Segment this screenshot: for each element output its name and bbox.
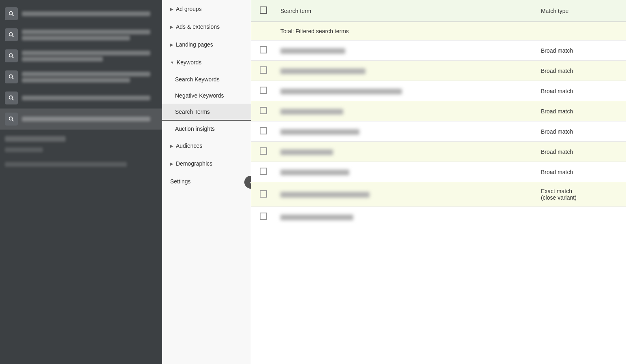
- sidebar-text-6: [22, 117, 157, 121]
- nav-item-search-terms[interactable]: Search Terms: [162, 104, 251, 121]
- row-7-checkbox[interactable]: [260, 168, 267, 175]
- nav-item-demographics[interactable]: ▶ Demographics: [162, 155, 251, 172]
- header-checkbox-col: [251, 0, 276, 22]
- row-8-checkbox[interactable]: [260, 190, 267, 198]
- sidebar-bottom: [0, 130, 162, 173]
- table-header-row: Search term Match type: [251, 0, 626, 22]
- row-6-checkbox[interactable]: [260, 147, 267, 155]
- nav-item-negative-keywords[interactable]: Negative Keywords: [162, 87, 251, 104]
- search-icon-5[interactable]: [5, 92, 18, 104]
- svg-line-1: [12, 15, 14, 16]
- svg-line-11: [12, 120, 14, 121]
- row-1-match-type: Broad match: [536, 40, 626, 61]
- nav-label-demographics: Demographics: [176, 160, 212, 167]
- row-4-checkbox[interactable]: [260, 107, 267, 114]
- row-8-checkbox-col: [251, 182, 276, 207]
- search-icon-3[interactable]: [5, 49, 18, 62]
- nav-panel: ▶ Ad groups ▶ Ads & extensions ▶ Landing…: [162, 0, 251, 364]
- row-1-checkbox[interactable]: [260, 46, 267, 53]
- total-row: Total: Filtered search terms: [251, 22, 626, 40]
- table-row: Broad match: [251, 162, 626, 182]
- row-2-match-type: Broad match: [536, 61, 626, 81]
- row-6-term: [276, 142, 536, 162]
- nav-label-settings: Settings: [170, 178, 191, 185]
- nav-label-negative-keywords: Negative Keywords: [175, 92, 224, 99]
- expand-arrow-demographics: ▶: [170, 162, 173, 166]
- nav-item-audiences[interactable]: ▶ Audiences: [162, 137, 251, 155]
- expand-arrow-audiences: ▶: [170, 144, 173, 148]
- nav-item-keywords[interactable]: ▼ Keywords: [162, 53, 251, 71]
- nav-item-settings[interactable]: Settings: [162, 172, 251, 190]
- row-8-term: [276, 182, 536, 207]
- row-5-checkbox-col: [251, 121, 276, 142]
- sidebar-item-6-active[interactable]: [0, 109, 162, 130]
- row-3-match-type: Broad match: [536, 81, 626, 101]
- sidebar-item-1[interactable]: [0, 3, 162, 24]
- search-icon-1[interactable]: [5, 7, 18, 20]
- nav-item-ads-extensions[interactable]: ▶ Ads & extensions: [162, 18, 251, 36]
- nav-item-ad-groups[interactable]: ▶ Ad groups: [162, 0, 251, 18]
- row-1-term: [276, 40, 536, 61]
- table-row: Broad match: [251, 40, 626, 61]
- header-match-type: Match type: [536, 0, 626, 22]
- row-7-checkbox-col: [251, 162, 276, 182]
- nav-label-search-keywords: Search Keywords: [175, 76, 220, 83]
- expand-arrow-keywords: ▼: [170, 60, 174, 65]
- left-sidebar: [0, 0, 162, 364]
- nav-label-ad-groups: Ad groups: [176, 6, 202, 12]
- row-5-term: [276, 121, 536, 142]
- sidebar-item-3[interactable]: [0, 45, 162, 66]
- row-9-checkbox-col: [251, 207, 276, 227]
- search-icon-6[interactable]: [5, 113, 18, 126]
- nav-item-auction-insights[interactable]: Auction insights: [162, 121, 251, 137]
- row-2-term: [276, 61, 536, 81]
- total-row-checkbox-col: [251, 22, 276, 40]
- nav-label-landing-pages: Landing pages: [176, 41, 213, 48]
- svg-line-7: [12, 78, 14, 79]
- header-search-term: Search term: [276, 0, 536, 22]
- main-content: Search term Match type Total: Filtered s…: [251, 0, 626, 364]
- sidebar-text-1: [22, 11, 157, 16]
- svg-point-0: [9, 12, 13, 15]
- sidebar-item-4[interactable]: [0, 66, 162, 87]
- table-row: [251, 207, 626, 227]
- svg-point-2: [9, 33, 13, 36]
- row-9-term: [276, 207, 536, 227]
- row-7-match-type: Broad match: [536, 162, 626, 182]
- row-1-checkbox-col: [251, 40, 276, 61]
- search-icon-2[interactable]: [5, 28, 18, 41]
- row-4-checkbox-col: [251, 101, 276, 121]
- row-6-checkbox-col: [251, 142, 276, 162]
- row-8-match-type: Exact match (close variant): [536, 182, 626, 207]
- row-2-checkbox[interactable]: [260, 66, 267, 74]
- sidebar-text-5: [22, 96, 157, 100]
- search-terms-table: Search term Match type Total: Filtered s…: [251, 0, 626, 227]
- row-7-term: [276, 162, 536, 182]
- header-checkbox[interactable]: [260, 6, 267, 14]
- row-5-checkbox[interactable]: [260, 127, 267, 134]
- table-row: Exact match (close variant): [251, 182, 626, 207]
- nav-label-audiences: Audiences: [176, 143, 202, 149]
- nav-item-landing-pages[interactable]: ▶ Landing pages: [162, 36, 251, 53]
- sidebar-item-2[interactable]: [0, 24, 162, 45]
- row-9-match-type: [536, 207, 626, 227]
- search-icon-4[interactable]: [5, 70, 18, 83]
- row-3-checkbox[interactable]: [260, 87, 267, 94]
- svg-line-9: [12, 99, 14, 100]
- svg-point-10: [9, 117, 13, 120]
- table-row: Broad match: [251, 101, 626, 121]
- table-row: Broad match: [251, 142, 626, 162]
- row-6-match-type: Broad match: [536, 142, 626, 162]
- expand-arrow-ads-extensions: ▶: [170, 25, 173, 29]
- expand-arrow-landing-pages: ▶: [170, 43, 173, 47]
- nav-item-search-keywords[interactable]: Search Keywords: [162, 71, 251, 87]
- sidebar-item-5[interactable]: [0, 87, 162, 109]
- row-9-checkbox[interactable]: [260, 213, 267, 220]
- nav-label-auction-insights: Auction insights: [175, 126, 215, 132]
- nav-label-keywords: Keywords: [177, 59, 201, 66]
- table-container: Search term Match type Total: Filtered s…: [251, 0, 626, 364]
- nav-label-search-terms: Search Terms: [175, 109, 210, 115]
- row-4-match-type: Broad match: [536, 101, 626, 121]
- row-3-checkbox-col: [251, 81, 276, 101]
- svg-point-6: [9, 75, 13, 78]
